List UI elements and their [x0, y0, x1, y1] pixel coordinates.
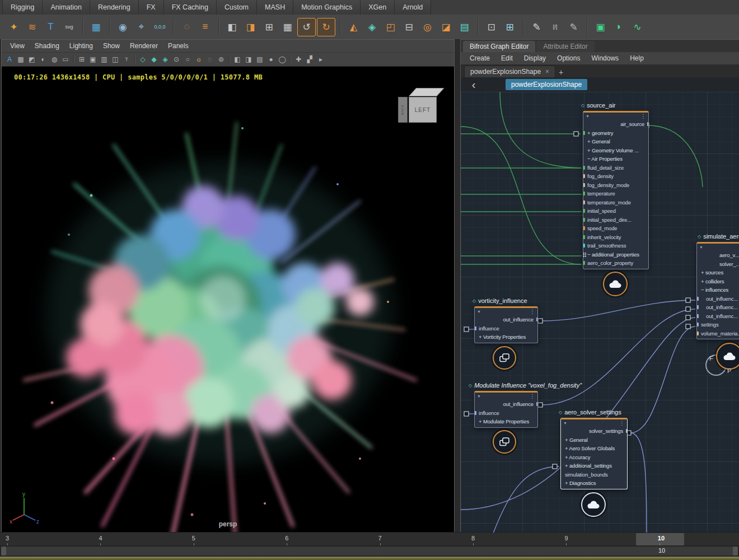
bifrost-menu-help[interactable]: Help: [624, 54, 649, 62]
close-tab-icon[interactable]: ×: [545, 68, 549, 76]
node-row-additional-settings[interactable]: + additional_settings: [561, 461, 627, 470]
collapse-caret-icon[interactable]: ▼: [699, 245, 703, 249]
menu-tab-fx-caching[interactable]: FX Caching: [164, 0, 217, 15]
range-start-handle[interactable]: [1, 547, 6, 556]
timeline-tick-4[interactable]: 4: [99, 535, 102, 542]
bifrost-menu-edit[interactable]: Edit: [495, 54, 518, 62]
bracket-tool-icon[interactable]: [/]: [546, 18, 564, 36]
res-gate-icon[interactable]: ⊞: [77, 54, 87, 65]
shaded-icon[interactable]: ◆: [149, 54, 160, 65]
node-row-general[interactable]: + General: [561, 436, 627, 445]
node-title-simulate-aero[interactable]: ◇simulate_aero: [698, 233, 739, 240]
green-port[interactable]: [583, 131, 585, 135]
collapse-caret-icon[interactable]: ▼: [477, 394, 481, 398]
node-row-out-influence[interactable]: out_influence: [475, 400, 537, 409]
viewport-menu-shading[interactable]: Shading: [30, 42, 64, 50]
coords-badge[interactable]: 0,0,0: [151, 18, 169, 36]
editor-tab-bifrost-graph-editor[interactable]: Bifrost Graph Editor: [463, 41, 535, 52]
node-row-trail-smoothness[interactable]: trail_smoothness: [583, 241, 648, 250]
array-port[interactable]: [583, 252, 586, 257]
node-row-solver[interactable]: solver_...: [697, 260, 739, 269]
range-slider[interactable]: 10: [0, 545, 739, 557]
time-slider[interactable]: 345678910: [0, 532, 739, 546]
node-row-aero-color-property[interactable]: aero_color_property: [583, 259, 648, 268]
node-row-settings[interactable]: settings: [697, 320, 739, 329]
node-aero-solver-settings[interactable]: ▼⋮solver_settings+ General+ Aero Solver …: [560, 418, 628, 489]
collapse-caret-icon[interactable]: ▼: [563, 421, 567, 425]
bifrost-menu-options[interactable]: Options: [551, 54, 586, 62]
wireframe-icon[interactable]: ◇: [138, 54, 148, 65]
node-row-additional-properties[interactable]: − additional_properties: [583, 250, 648, 259]
table-icon[interactable]: ▦: [87, 18, 105, 36]
select-mode-icon[interactable]: A: [4, 54, 15, 65]
layers-icon[interactable]: ▤: [456, 18, 473, 36]
node-row-out-influenc[interactable]: out_influenc...: [697, 295, 739, 304]
node-row-volume-materia[interactable]: volume_materia...: [697, 329, 739, 338]
node-row-fog-density[interactable]: fog_density: [583, 172, 648, 181]
node-row-sources[interactable]: + sources: [697, 268, 739, 277]
node-row-influences[interactable]: − influences: [697, 286, 739, 295]
timeline-tick-8[interactable]: 8: [471, 535, 475, 542]
collapse-caret-icon[interactable]: ▼: [586, 114, 590, 118]
node-row-colliders[interactable]: + colliders: [697, 277, 739, 286]
bifrost-graph-icon[interactable]: ▣: [592, 18, 609, 36]
snap-magnet-icon[interactable]: ◉: [114, 18, 132, 36]
node-source-air[interactable]: ▼⋮air_source+ geometry+ General+ Geometr…: [583, 111, 649, 269]
node-title-vorticity-influence[interactable]: ◇vorticity_influence: [473, 297, 527, 304]
node-modulate-influence[interactable]: ▼⋮out_influenceinfluence+ Modulate Prope…: [474, 391, 538, 428]
wire-on-shaded-icon[interactable]: ○: [183, 54, 193, 65]
node-row-out-influenc[interactable]: out_influenc...: [697, 312, 739, 321]
ssao-icon[interactable]: ⊚: [216, 54, 227, 65]
editor-tab-attribute-editor[interactable]: Attribute Editor: [536, 41, 594, 52]
tan-port[interactable]: [583, 174, 585, 178]
lighting-icon[interactable]: ☼: [194, 54, 204, 65]
green-port[interactable]: [583, 192, 585, 195]
node-row-aero-v[interactable]: aero_v...: [697, 251, 739, 260]
snap-toggle-icon[interactable]: ✚: [293, 54, 304, 65]
cube-pair-icon[interactable]: ◨: [242, 18, 259, 36]
view-cube-side-face[interactable]: BACK: [398, 97, 408, 123]
shadows-icon[interactable]: ◌: [205, 54, 216, 65]
use-default-material-icon[interactable]: ⊙: [171, 54, 182, 65]
peri-port[interactable]: [536, 318, 538, 321]
sphere-shade-icon[interactable]: ◐: [38, 54, 49, 65]
prism-icon[interactable]: ◭: [345, 18, 362, 36]
bifrost-wave-icon[interactable]: ∿: [629, 18, 646, 36]
wheel-icon[interactable]: ◎: [419, 18, 436, 36]
node-badge-source-air[interactable]: [603, 272, 628, 296]
node-row-diagnostics[interactable]: + Diagnostics: [561, 479, 627, 488]
motion-blur-icon[interactable]: ●: [266, 54, 277, 65]
diamond-grid-icon[interactable]: ◈: [363, 18, 381, 36]
bifrost-surface-icon[interactable]: ◗: [610, 18, 628, 36]
node-graph-canvas[interactable]: FP ◇source_air▼⋮air_source+ geometry+ Ge…: [461, 92, 739, 533]
grid-plus-icon[interactable]: ⊞: [260, 18, 278, 36]
node-row-influence[interactable]: influence: [475, 409, 537, 418]
node-row-temperature-mode[interactable]: temperature_mode: [583, 198, 648, 207]
node-row-speed-mode[interactable]: speed_mode: [583, 224, 648, 233]
collapse-caret-icon[interactable]: ▼: [477, 310, 481, 314]
node-row-out-influenc[interactable]: out_influenc...: [697, 303, 739, 312]
peri-port[interactable]: [697, 323, 699, 326]
menu-tab-mash[interactable]: MASH: [257, 0, 293, 15]
rotate-cw-icon[interactable]: ↻: [317, 18, 335, 36]
node-menu-icon[interactable]: ⋮: [530, 310, 535, 314]
grid-dense-icon[interactable]: ▦: [279, 18, 296, 36]
snap-target-icon[interactable]: ⌖: [133, 18, 150, 36]
timeline-tick-6[interactable]: 6: [285, 535, 288, 542]
cube-corner-icon[interactable]: ◰: [382, 18, 399, 36]
field-chart-icon[interactable]: ▥: [99, 54, 110, 65]
node-row-solver-settings[interactable]: solver_settings: [561, 427, 627, 436]
node-row-initial-speed-dire[interactable]: initial_speed_dire...: [583, 216, 648, 225]
grid-minus-icon[interactable]: ⊟: [400, 18, 418, 36]
node-menu-icon[interactable]: ⋮: [530, 394, 535, 399]
node-row-simulation-bounds[interactable]: simulation_bounds: [561, 470, 627, 479]
curve-flow-icon[interactable]: ≋: [24, 18, 41, 36]
node-row-general[interactable]: + General: [583, 137, 648, 146]
out-port[interactable]: [647, 122, 649, 126]
sparkle-icon[interactable]: ✦: [5, 18, 22, 36]
menu-tab-animation[interactable]: Animation: [43, 0, 90, 15]
xray-icon[interactable]: ◧: [232, 54, 243, 65]
svg-badge-icon[interactable]: svg: [60, 18, 78, 36]
node-title-aero-solver-settings[interactable]: ◇aero_solver_settings: [559, 409, 621, 416]
film-gate-icon[interactable]: ▭: [60, 54, 71, 65]
